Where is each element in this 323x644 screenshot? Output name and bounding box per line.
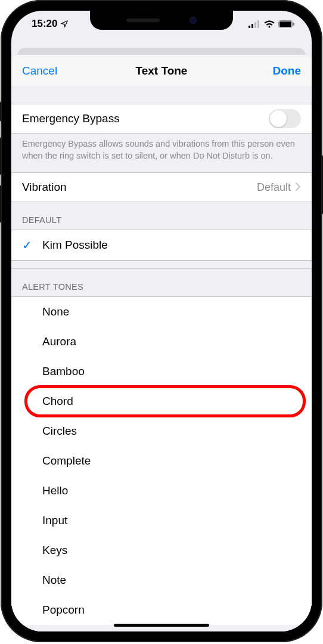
alert-tone-list: NoneAuroraBambooChordCirclesCompleteHell…: [11, 296, 312, 625]
notch: [90, 11, 233, 30]
tone-row[interactable]: Complete: [11, 446, 312, 476]
svg-rect-6: [293, 23, 294, 26]
tone-label: Keys: [42, 544, 312, 557]
status-time: 15:20: [32, 18, 57, 30]
chevron-right-icon: [296, 181, 301, 194]
tone-row[interactable]: ✓Kim Possible: [11, 230, 312, 260]
modal-sheet: Cancel Text Tone Done Emergency Bypass E…: [11, 55, 312, 631]
tone-row[interactable]: Hello: [11, 476, 312, 506]
svg-rect-3: [257, 20, 259, 28]
default-tone-list: ✓Kim Possible: [11, 230, 312, 261]
svg-rect-5: [279, 21, 291, 27]
emergency-bypass-group: Emergency Bypass: [11, 104, 312, 134]
tone-label: Kim Possible: [42, 239, 312, 252]
tone-row[interactable]: Bamboo: [11, 357, 312, 386]
tone-label: Bamboo: [42, 365, 312, 378]
wifi-icon: [264, 20, 275, 28]
done-button[interactable]: Done: [247, 64, 301, 78]
emergency-bypass-row[interactable]: Emergency Bypass: [11, 104, 312, 133]
speaker-grille: [126, 18, 160, 22]
tone-row[interactable]: Chord: [11, 386, 312, 416]
volume-down-button: [0, 185, 1, 223]
tone-label: Aurora: [42, 335, 312, 348]
silence-switch: [0, 101, 1, 122]
svg-rect-1: [251, 24, 253, 28]
navigation-bar: Cancel Text Tone Done: [11, 55, 312, 87]
tone-row[interactable]: Popcorn: [11, 595, 312, 625]
tone-label: Circles: [42, 425, 312, 438]
cancel-button[interactable]: Cancel: [22, 64, 76, 78]
tone-row[interactable]: Aurora: [11, 327, 312, 357]
tone-row[interactable]: Input: [11, 506, 312, 535]
page-title: Text Tone: [136, 64, 188, 78]
tone-label: Popcorn: [42, 603, 312, 617]
vibration-group: Vibration Default: [11, 172, 312, 202]
tone-label: None: [42, 305, 312, 318]
battery-icon: [278, 20, 295, 28]
content-scroll[interactable]: Emergency Bypass Emergency Bypass allows…: [11, 87, 312, 631]
alert-tones-section-header: ALERT TONES: [11, 269, 312, 296]
tone-label: Input: [42, 514, 312, 527]
emergency-bypass-toggle[interactable]: [269, 109, 301, 128]
location-icon: [60, 20, 69, 28]
emergency-bypass-footer: Emergency Bypass allows sounds and vibra…: [11, 134, 312, 172]
tone-label: Note: [42, 574, 312, 587]
tone-row[interactable]: None: [11, 297, 312, 327]
tone-label: Complete: [42, 454, 312, 467]
cellular-signal-icon: [249, 20, 260, 28]
default-section-header: DEFAULT: [11, 202, 312, 230]
tone-label: Chord: [42, 395, 312, 408]
tone-row[interactable]: Note: [11, 565, 312, 595]
tone-label: Hello: [42, 484, 312, 497]
front-camera: [190, 17, 197, 24]
volume-up-button: [0, 137, 1, 175]
vibration-label: Vibration: [22, 181, 257, 194]
phone-frame: 15:20 Cancel Text Tone: [1, 0, 322, 642]
section-spacer: [11, 261, 312, 269]
vibration-row[interactable]: Vibration Default: [11, 173, 312, 202]
screen: 15:20 Cancel Text Tone: [11, 11, 312, 631]
home-indicator[interactable]: [114, 624, 209, 627]
svg-rect-2: [254, 22, 256, 28]
emergency-bypass-label: Emergency Bypass: [22, 112, 269, 125]
checkmark-slot: ✓: [22, 238, 42, 252]
vibration-value: Default: [257, 181, 291, 194]
tone-row[interactable]: Keys: [11, 535, 312, 565]
checkmark-icon: ✓: [22, 238, 32, 252]
tone-row[interactable]: Circles: [11, 416, 312, 446]
svg-rect-0: [249, 26, 250, 28]
